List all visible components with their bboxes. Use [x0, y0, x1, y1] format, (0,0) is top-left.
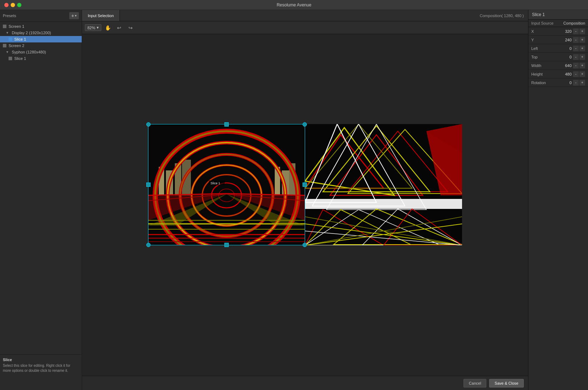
info-text: Select this slice for editing. Right cli…: [3, 363, 79, 373]
undo-button[interactable]: ↩: [114, 23, 124, 32]
sidebar-item-slice1b[interactable]: Slice 1: [0, 55, 82, 62]
canvas-area[interactable]: Slice 1: [82, 34, 528, 376]
display1-label: Display 2 (1920x1200): [12, 31, 51, 35]
toolbar: 82% ▾ ✋ ↩ ↪: [82, 21, 528, 34]
right-panel-source-row: Input Source Composition: [528, 20, 588, 27]
video-right: [305, 124, 462, 245]
info-title: Slice: [3, 358, 79, 362]
prop-row-x: X 320 - +: [528, 27, 588, 36]
bottom-bar: Cancel Save & Close: [82, 376, 528, 390]
sidebar-tree: Screen 1 ▼ Display 2 (1920x1200) Slice 1…: [0, 22, 82, 354]
handle-bl[interactable]: [146, 243, 151, 247]
screen1-icon: [3, 25, 6, 28]
prop-width-minus[interactable]: -: [573, 63, 579, 68]
prop-left-controls: - +: [573, 46, 585, 51]
syphon-arrow: ▼: [6, 50, 9, 54]
right-panel: Slice 1 Input Source Composition X 320 -…: [528, 10, 588, 390]
titlebar: Resolume Avenue: [0, 0, 588, 10]
prop-top-minus[interactable]: -: [573, 54, 579, 60]
save-close-button[interactable]: Save & Close: [489, 379, 524, 388]
center-content: Input Selection Composition( 1280, 480 )…: [82, 10, 528, 390]
window-title: Resolume Avenue: [277, 2, 311, 7]
handle-ml[interactable]: [146, 183, 151, 187]
add-button[interactable]: + ▾: [69, 12, 79, 19]
prop-width-controls: - +: [573, 63, 585, 68]
handle-tl[interactable]: [146, 122, 151, 127]
sidebar: Presets + ▾ Screen 1 ▼ Display 2 (1920x1…: [0, 10, 82, 390]
prop-top-label: Top: [531, 55, 559, 59]
prop-rotation-label: Rotation: [531, 81, 559, 85]
prop-x-plus[interactable]: +: [579, 29, 585, 34]
zoom-value: 82%: [87, 26, 95, 30]
sidebar-item-screen2[interactable]: Screen 2: [0, 42, 82, 49]
slice-selection[interactable]: [148, 124, 305, 245]
hand-icon: ✋: [105, 25, 111, 31]
svg-rect-47: [305, 199, 462, 209]
redo-button[interactable]: ↪: [126, 23, 136, 32]
presets-label: Presets: [3, 14, 16, 18]
prop-rotation-value: 0: [559, 81, 573, 85]
prop-left-plus[interactable]: +: [579, 46, 585, 51]
prop-height-label: Height: [531, 72, 559, 76]
main-container: Presets + ▾ Screen 1 ▼ Display 2 (1920x1…: [0, 10, 588, 390]
handle-tm[interactable]: [224, 122, 229, 127]
prop-row-rotation: Rotation 0 - +: [528, 78, 588, 87]
handle-mr[interactable]: [303, 183, 307, 187]
prop-y-minus[interactable]: -: [573, 37, 579, 43]
redo-icon: ↪: [128, 25, 133, 31]
sidebar-item-slice1[interactable]: Slice 1: [0, 36, 82, 42]
close-button[interactable]: [4, 3, 9, 7]
prop-row-y: Y 240 - +: [528, 36, 588, 44]
sidebar-item-screen1[interactable]: Screen 1: [0, 23, 82, 30]
prop-row-left: Left 0 - +: [528, 44, 588, 53]
handle-br[interactable]: [303, 243, 307, 247]
sidebar-info: Slice Select this slice for editing. Rig…: [0, 354, 82, 390]
minimize-button[interactable]: [11, 3, 15, 7]
prop-rotation-minus[interactable]: -: [573, 80, 579, 86]
hand-tool-button[interactable]: ✋: [103, 23, 113, 32]
prop-x-value: 320: [559, 29, 573, 34]
prop-left-minus[interactable]: -: [573, 46, 579, 51]
prop-top-controls: - +: [573, 54, 585, 60]
prop-x-controls: - +: [573, 29, 585, 34]
add-arrow: ▾: [75, 14, 77, 17]
zoom-arrow-icon: ▾: [97, 25, 99, 30]
tab-input-selection-label: Input Selection: [88, 14, 114, 18]
prop-row-width: Width 640 - +: [528, 61, 588, 70]
display1-arrow: ▼: [6, 31, 9, 35]
prop-height-minus[interactable]: -: [573, 71, 579, 77]
prop-row-top: Top 0 - +: [528, 53, 588, 61]
handle-tr[interactable]: [303, 122, 307, 127]
slice1-label: Slice 1: [14, 37, 26, 41]
composition-info: Composition( 1280, 480 ): [480, 10, 528, 21]
cancel-button[interactable]: Cancel: [463, 379, 486, 388]
source-label: Input Source: [531, 21, 563, 25]
prop-height-plus[interactable]: +: [579, 71, 585, 77]
prop-left-value: 0: [559, 46, 573, 51]
prop-x-minus[interactable]: -: [573, 29, 579, 34]
prop-top-plus[interactable]: +: [579, 54, 585, 60]
sidebar-item-syphon[interactable]: ▼ Syphon (1280x480): [0, 49, 82, 55]
prop-width-value: 640: [559, 63, 573, 68]
screen2-icon: [3, 44, 6, 47]
prop-width-plus[interactable]: +: [579, 63, 585, 68]
prop-rotation-plus[interactable]: +: [579, 80, 585, 86]
prop-y-value: 240: [559, 38, 573, 42]
tab-input-selection[interactable]: Input Selection: [82, 10, 120, 21]
sidebar-item-display1[interactable]: ▼ Display 2 (1920x1200): [0, 30, 82, 36]
tab-bar: Input Selection Composition( 1280, 480 ): [82, 10, 528, 21]
zoom-select[interactable]: 82% ▾: [85, 24, 101, 31]
maximize-button[interactable]: [17, 3, 21, 7]
handle-bm[interactable]: [224, 243, 229, 247]
prop-height-value: 480: [559, 72, 573, 76]
prop-x-label: X: [531, 29, 559, 34]
prop-y-plus[interactable]: +: [579, 37, 585, 43]
source-value: Composition: [563, 21, 585, 25]
slice1b-icon: [9, 57, 12, 60]
traffic-lights: [4, 3, 21, 7]
right-panel-title: Slice 1: [528, 10, 588, 20]
slice1-icon: [9, 37, 12, 41]
prop-y-label: Y: [531, 38, 559, 42]
prop-width-label: Width: [531, 63, 559, 68]
slice1b-label: Slice 1: [14, 56, 26, 61]
